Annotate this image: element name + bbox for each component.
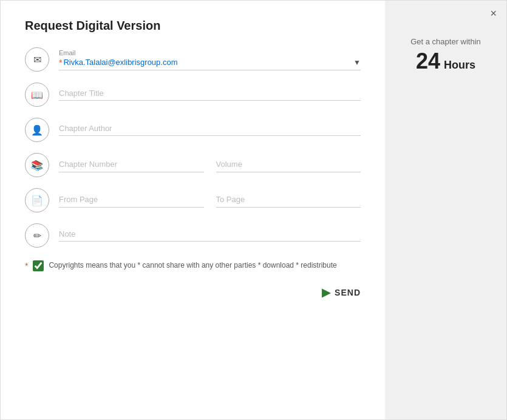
copyright-checkbox[interactable] (33, 260, 44, 271)
note-field-group (59, 229, 361, 242)
email-row: ✉ Email * Rivka.Talalai@exlibrisgroup.co… (25, 47, 361, 72)
note-icon: ✏ (25, 223, 49, 248)
to-page-input[interactable] (216, 195, 361, 204)
from-page-input[interactable] (59, 195, 204, 204)
modal-container: Request Digital Version ✉ Email * Rivka.… (0, 0, 507, 420)
to-page-field (216, 194, 361, 208)
chapter-author-input-wrapper (59, 124, 361, 136)
note-row: ✏ (25, 223, 361, 248)
copyright-label: Copyrights means that you * cannot share… (49, 260, 336, 271)
email-dropdown-arrow[interactable]: ▼ (353, 58, 361, 67)
send-label: SEND (335, 288, 361, 297)
chapter-title-input[interactable] (59, 89, 361, 98)
send-row: ▶ SEND (25, 286, 361, 299)
email-value: Rivka.Talalai@exlibrisgroup.com (63, 58, 177, 67)
email-label: Email (59, 49, 361, 56)
main-panel: Request Digital Version ✉ Email * Rivka.… (1, 1, 385, 419)
volume-field (216, 158, 361, 172)
side-description: Get a chapter within (410, 37, 481, 46)
chapter-title-field-group (59, 89, 361, 101)
note-input[interactable] (59, 229, 361, 239)
chapter-author-row: 👤 (25, 118, 361, 142)
page-title: Request Digital Version (25, 19, 361, 33)
note-input-wrapper (59, 229, 361, 242)
chapter-number-row: 📚 (25, 153, 361, 177)
side-hours-display: 24 Hours (416, 49, 475, 74)
side-panel: × Get a chapter within 24 Hours (385, 1, 506, 419)
copyright-checkbox-row: * Copyrights means that you * cannot sha… (25, 260, 361, 271)
side-unit: Hours (444, 59, 475, 72)
chapter-title-row: 📖 (25, 83, 361, 107)
email-required-star: * (59, 58, 62, 67)
send-button[interactable]: ▶ SEND (322, 286, 361, 299)
send-icon: ▶ (322, 286, 331, 299)
book-icon: 📖 (25, 83, 49, 107)
pages-icon: 📄 (25, 188, 49, 212)
email-icon: ✉ (25, 47, 49, 72)
from-page-field (59, 194, 204, 208)
chapter-author-field-group (59, 124, 361, 136)
pages-row: 📄 (25, 188, 361, 212)
chapter-number-field (59, 158, 204, 172)
email-input-wrapper: * Rivka.Talalai@exlibrisgroup.com ▼ (59, 58, 361, 70)
chapter-number-input[interactable] (59, 160, 204, 169)
author-icon: 👤 (25, 118, 49, 142)
side-number: 24 (416, 49, 440, 74)
checkbox-required-star: * (25, 261, 28, 271)
pages-split (59, 194, 361, 208)
email-field-group: Email * Rivka.Talalai@exlibrisgroup.com … (59, 49, 361, 70)
chapter-number-icon: 📚 (25, 153, 49, 177)
volume-input[interactable] (216, 160, 361, 169)
chapter-author-input[interactable] (59, 124, 361, 133)
close-button[interactable]: × (490, 8, 497, 19)
chapter-number-split (59, 158, 361, 172)
chapter-title-input-wrapper (59, 89, 361, 101)
